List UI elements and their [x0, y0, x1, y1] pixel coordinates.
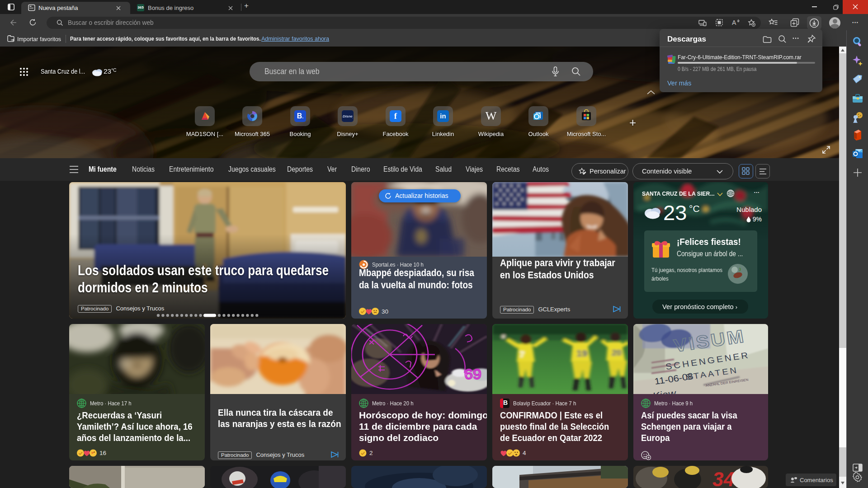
svg-text:69: 69: [464, 366, 481, 382]
svg-text:19: 19: [576, 348, 587, 358]
svg-text:Disney+: Disney+: [343, 114, 353, 118]
svg-text:34: 34: [712, 468, 735, 488]
svg-text:20: 20: [612, 348, 622, 357]
svg-text:7: 7: [519, 350, 524, 359]
svg-text:A: A: [732, 19, 736, 26]
